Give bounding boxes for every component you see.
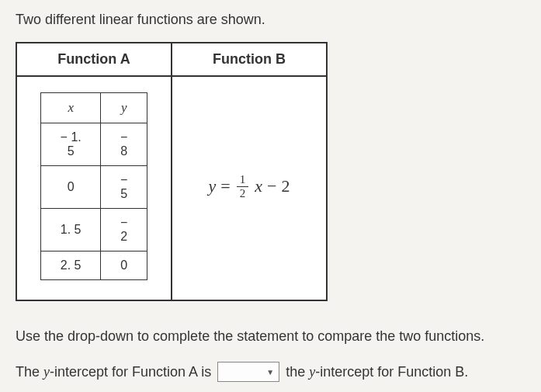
- function-b-equation: y = 1 2 x − 2: [196, 92, 303, 280]
- equation-constant: 2: [281, 176, 290, 196]
- table-header-x: x: [41, 93, 101, 123]
- table-header-y: y: [101, 93, 147, 123]
- y-var: y: [309, 364, 315, 380]
- cell-y: 0: [101, 252, 147, 280]
- equation-lhs: y: [209, 176, 217, 196]
- function-a-header: Function A: [16, 43, 172, 76]
- fraction-numerator: 1: [237, 174, 249, 187]
- text: the: [286, 364, 309, 380]
- cell-x: 0: [41, 166, 101, 209]
- equation-minus: −: [267, 176, 276, 196]
- cell-y: − 8: [101, 123, 147, 166]
- cell-y: − 5: [101, 166, 147, 209]
- function-a-content: x y − 1. 5 − 8 0 − 5 1. 5 − 2: [16, 76, 172, 300]
- function-a-table: x y − 1. 5 − 8 0 − 5 1. 5 − 2: [40, 92, 147, 280]
- table-row: 0 − 5: [41, 166, 147, 209]
- intro-text: Two different linear functions are shown…: [16, 12, 525, 28]
- comparison-dropdown[interactable]: ▼: [217, 362, 279, 382]
- equation-fraction: 1 2: [237, 174, 249, 199]
- equation-x: x: [255, 176, 262, 196]
- cell-x: 2. 5: [41, 252, 101, 280]
- equation-equals: =: [220, 176, 230, 196]
- function-b-content: y = 1 2 x − 2: [172, 76, 327, 300]
- cell-x: − 1. 5: [41, 123, 101, 166]
- cell-y: − 2: [101, 209, 147, 252]
- functions-container: Function A Function B x y − 1. 5 − 8 0 −: [16, 42, 328, 301]
- chevron-down-icon: ▼: [266, 368, 274, 376]
- table-row: 2. 5 0: [41, 252, 147, 280]
- y-var: y: [43, 364, 50, 380]
- text: -intercept for Function B.: [315, 364, 468, 380]
- table-row: 1. 5 − 2: [41, 209, 147, 252]
- instruction-text: Use the drop-down to complete the statem…: [16, 328, 525, 345]
- statement-part1: The y-intercept for Function A is: [16, 364, 211, 380]
- cell-x: 1. 5: [41, 209, 101, 252]
- statement-row: The y-intercept for Function A is ▼ the …: [16, 362, 525, 382]
- function-b-header: Function B: [172, 43, 327, 76]
- text: The: [16, 364, 43, 380]
- statement-part2: the y-intercept for Function B.: [286, 364, 468, 380]
- table-row: − 1. 5 − 8: [41, 123, 147, 166]
- text: -intercept for Function A is: [50, 364, 211, 380]
- fraction-denominator: 2: [237, 187, 249, 199]
